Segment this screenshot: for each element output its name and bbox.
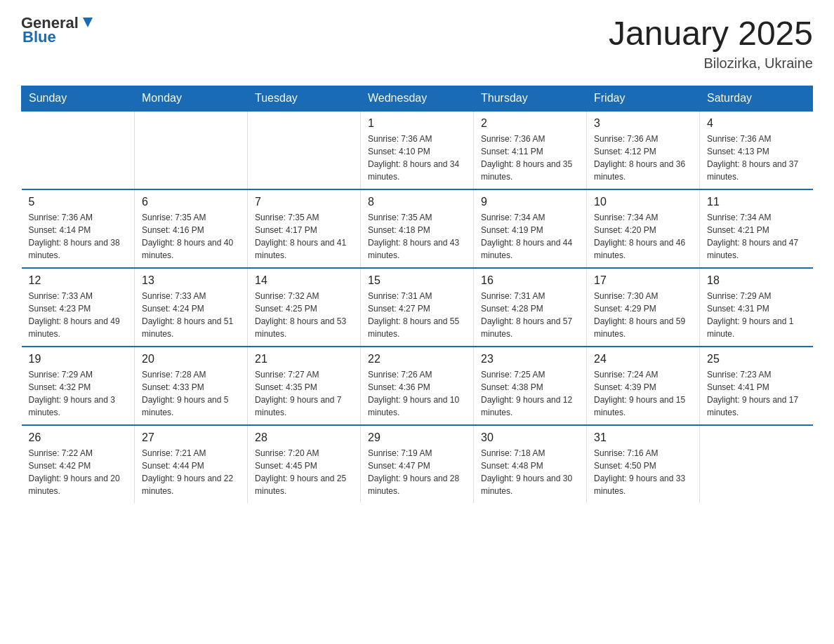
- day-number: 27: [142, 431, 240, 444]
- table-row: 31Sunrise: 7:16 AMSunset: 4:50 PMDayligh…: [587, 425, 700, 503]
- col-friday: Friday: [587, 86, 700, 112]
- table-row: [700, 425, 813, 503]
- table-row: 12Sunrise: 7:33 AMSunset: 4:23 PMDayligh…: [22, 268, 135, 347]
- day-number: 26: [29, 431, 128, 444]
- day-info: Sunrise: 7:33 AMSunset: 4:24 PMDaylight:…: [142, 290, 240, 340]
- day-info: Sunrise: 7:26 AMSunset: 4:36 PMDaylight:…: [368, 368, 466, 419]
- day-number: 2: [481, 117, 579, 130]
- page-header: General Blue January 2025 Bilozirka, Ukr…: [21, 14, 813, 72]
- table-row: 8Sunrise: 7:35 AMSunset: 4:18 PMDaylight…: [361, 189, 474, 268]
- col-tuesday: Tuesday: [248, 86, 361, 112]
- table-row: 13Sunrise: 7:33 AMSunset: 4:24 PMDayligh…: [135, 268, 248, 347]
- day-number: 22: [368, 353, 466, 365]
- table-row: 10Sunrise: 7:34 AMSunset: 4:20 PMDayligh…: [587, 189, 700, 268]
- day-number: 9: [481, 196, 579, 208]
- calendar-week-row: 5Sunrise: 7:36 AMSunset: 4:14 PMDaylight…: [22, 189, 813, 268]
- col-saturday: Saturday: [700, 86, 813, 112]
- day-info: Sunrise: 7:36 AMSunset: 4:10 PMDaylight:…: [368, 133, 466, 183]
- day-info: Sunrise: 7:31 AMSunset: 4:28 PMDaylight:…: [481, 290, 579, 340]
- day-info: Sunrise: 7:36 AMSunset: 4:13 PMDaylight:…: [707, 133, 806, 183]
- day-info: Sunrise: 7:19 AMSunset: 4:47 PMDaylight:…: [368, 447, 466, 497]
- table-row: 18Sunrise: 7:29 AMSunset: 4:31 PMDayligh…: [700, 268, 813, 347]
- day-info: Sunrise: 7:29 AMSunset: 4:32 PMDaylight:…: [29, 368, 128, 419]
- day-number: 11: [707, 196, 806, 208]
- month-title: January 2025: [609, 14, 813, 53]
- day-number: 1: [368, 117, 466, 130]
- day-number: 24: [594, 353, 692, 365]
- day-info: Sunrise: 7:30 AMSunset: 4:29 PMDaylight:…: [594, 290, 692, 340]
- table-row: 16Sunrise: 7:31 AMSunset: 4:28 PMDayligh…: [474, 268, 587, 347]
- day-info: Sunrise: 7:36 AMSunset: 4:11 PMDaylight:…: [481, 133, 579, 183]
- svg-marker-0: [83, 18, 93, 27]
- calendar-week-row: 12Sunrise: 7:33 AMSunset: 4:23 PMDayligh…: [22, 268, 813, 347]
- day-number: 19: [29, 353, 128, 365]
- day-number: 14: [255, 274, 353, 287]
- day-number: 10: [594, 196, 692, 208]
- table-row: 11Sunrise: 7:34 AMSunset: 4:21 PMDayligh…: [700, 189, 813, 268]
- day-info: Sunrise: 7:34 AMSunset: 4:21 PMDaylight:…: [707, 211, 806, 262]
- table-row: 1Sunrise: 7:36 AMSunset: 4:10 PMDaylight…: [361, 111, 474, 189]
- table-row: 25Sunrise: 7:23 AMSunset: 4:41 PMDayligh…: [700, 347, 813, 425]
- col-thursday: Thursday: [474, 86, 587, 112]
- table-row: 28Sunrise: 7:20 AMSunset: 4:45 PMDayligh…: [248, 425, 361, 503]
- col-monday: Monday: [135, 86, 248, 112]
- table-row: 30Sunrise: 7:18 AMSunset: 4:48 PMDayligh…: [474, 425, 587, 503]
- table-row: 22Sunrise: 7:26 AMSunset: 4:36 PMDayligh…: [361, 347, 474, 425]
- table-row: 15Sunrise: 7:31 AMSunset: 4:27 PMDayligh…: [361, 268, 474, 347]
- logo-arrow-icon: [80, 15, 95, 30]
- day-info: Sunrise: 7:32 AMSunset: 4:25 PMDaylight:…: [255, 290, 353, 340]
- table-row: 14Sunrise: 7:32 AMSunset: 4:25 PMDayligh…: [248, 268, 361, 347]
- day-number: 7: [255, 196, 353, 208]
- table-row: 3Sunrise: 7:36 AMSunset: 4:12 PMDaylight…: [587, 111, 700, 189]
- table-row: 9Sunrise: 7:34 AMSunset: 4:19 PMDaylight…: [474, 189, 587, 268]
- day-info: Sunrise: 7:35 AMSunset: 4:17 PMDaylight:…: [255, 211, 353, 262]
- day-info: Sunrise: 7:20 AMSunset: 4:45 PMDaylight:…: [255, 447, 353, 497]
- table-row: [22, 111, 135, 189]
- col-sunday: Sunday: [22, 86, 135, 112]
- day-number: 5: [29, 196, 128, 208]
- calendar-header-row: Sunday Monday Tuesday Wednesday Thursday…: [22, 86, 813, 112]
- day-info: Sunrise: 7:36 AMSunset: 4:14 PMDaylight:…: [29, 211, 128, 262]
- table-row: 24Sunrise: 7:24 AMSunset: 4:39 PMDayligh…: [587, 347, 700, 425]
- day-number: 31: [594, 431, 692, 444]
- day-info: Sunrise: 7:34 AMSunset: 4:20 PMDaylight:…: [594, 211, 692, 262]
- day-number: 12: [29, 274, 128, 287]
- day-info: Sunrise: 7:18 AMSunset: 4:48 PMDaylight:…: [481, 447, 579, 497]
- calendar-week-row: 19Sunrise: 7:29 AMSunset: 4:32 PMDayligh…: [22, 347, 813, 425]
- day-info: Sunrise: 7:21 AMSunset: 4:44 PMDaylight:…: [142, 447, 240, 497]
- location: Bilozirka, Ukraine: [609, 55, 813, 72]
- day-number: 13: [142, 274, 240, 287]
- day-number: 29: [368, 431, 466, 444]
- logo-blue: Blue: [22, 28, 56, 46]
- day-number: 6: [142, 196, 240, 208]
- day-number: 3: [594, 117, 692, 130]
- day-info: Sunrise: 7:35 AMSunset: 4:16 PMDaylight:…: [142, 211, 240, 262]
- day-info: Sunrise: 7:29 AMSunset: 4:31 PMDaylight:…: [707, 290, 806, 340]
- day-info: Sunrise: 7:31 AMSunset: 4:27 PMDaylight:…: [368, 290, 466, 340]
- table-row: 27Sunrise: 7:21 AMSunset: 4:44 PMDayligh…: [135, 425, 248, 503]
- day-info: Sunrise: 7:25 AMSunset: 4:38 PMDaylight:…: [481, 368, 579, 419]
- col-wednesday: Wednesday: [361, 86, 474, 112]
- day-info: Sunrise: 7:36 AMSunset: 4:12 PMDaylight:…: [594, 133, 692, 183]
- table-row: [248, 111, 361, 189]
- day-info: Sunrise: 7:34 AMSunset: 4:19 PMDaylight:…: [481, 211, 579, 262]
- title-area: January 2025 Bilozirka, Ukraine: [609, 14, 813, 72]
- day-number: 25: [707, 353, 806, 365]
- logo: General Blue: [21, 14, 95, 46]
- day-number: 16: [481, 274, 579, 287]
- day-info: Sunrise: 7:33 AMSunset: 4:23 PMDaylight:…: [29, 290, 128, 340]
- day-info: Sunrise: 7:16 AMSunset: 4:50 PMDaylight:…: [594, 447, 692, 497]
- day-number: 8: [368, 196, 466, 208]
- day-number: 15: [368, 274, 466, 287]
- day-number: 18: [707, 274, 806, 287]
- day-number: 4: [707, 117, 806, 130]
- day-info: Sunrise: 7:24 AMSunset: 4:39 PMDaylight:…: [594, 368, 692, 419]
- calendar-week-row: 26Sunrise: 7:22 AMSunset: 4:42 PMDayligh…: [22, 425, 813, 503]
- table-row: 2Sunrise: 7:36 AMSunset: 4:11 PMDaylight…: [474, 111, 587, 189]
- day-info: Sunrise: 7:23 AMSunset: 4:41 PMDaylight:…: [707, 368, 806, 419]
- day-number: 28: [255, 431, 353, 444]
- table-row: 4Sunrise: 7:36 AMSunset: 4:13 PMDaylight…: [700, 111, 813, 189]
- table-row: 19Sunrise: 7:29 AMSunset: 4:32 PMDayligh…: [22, 347, 135, 425]
- calendar-week-row: 1Sunrise: 7:36 AMSunset: 4:10 PMDaylight…: [22, 111, 813, 189]
- table-row: 5Sunrise: 7:36 AMSunset: 4:14 PMDaylight…: [22, 189, 135, 268]
